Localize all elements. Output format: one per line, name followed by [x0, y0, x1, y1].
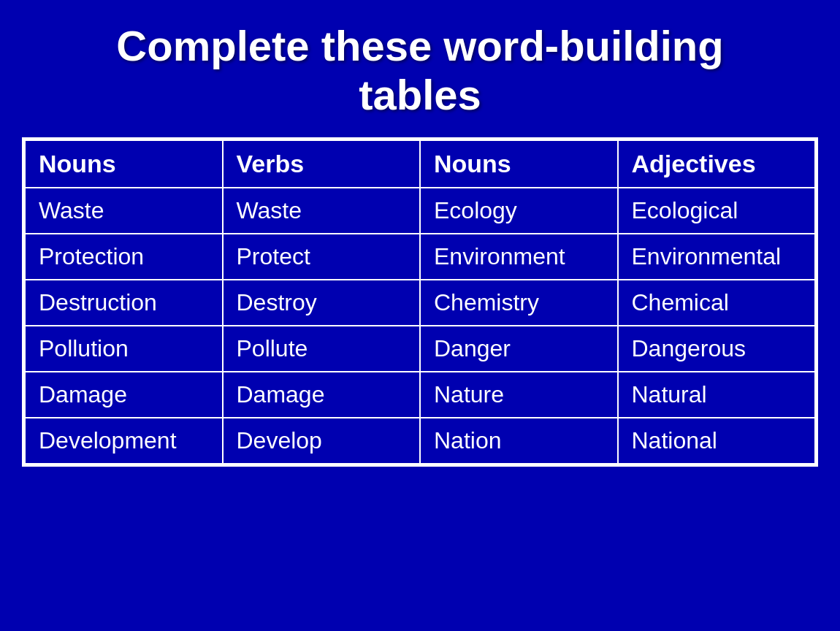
header-col-4: Adjectives: [618, 140, 816, 188]
cell-r3-c4: Chemical: [618, 280, 816, 326]
cell-r3-c1: Destruction: [25, 280, 223, 326]
cell-r4-c1: Pollution: [25, 326, 223, 372]
cell-r6-c3: Nation: [420, 418, 618, 464]
cell-r3-c3: Chemistry: [420, 280, 618, 326]
page-title: Complete these word-building tables: [116, 22, 723, 119]
table-row: DamageDamageNatureNatural: [25, 372, 815, 418]
table-row: ProtectionProtectEnvironmentEnvironmenta…: [25, 234, 815, 280]
cell-r4-c3: Danger: [420, 326, 618, 372]
header-col-2: Verbs: [223, 140, 421, 188]
cell-r5-c3: Nature: [420, 372, 618, 418]
cell-r6-c2: Develop: [223, 418, 421, 464]
table-row: DevelopmentDevelopNationNational: [25, 418, 815, 464]
cell-r1-c4: Ecological: [618, 188, 816, 234]
cell-r2-c2: Protect: [223, 234, 421, 280]
header-col-1: Nouns: [25, 140, 223, 188]
cell-r5-c4: Natural: [618, 372, 816, 418]
table-row: WasteWasteEcologyEcological: [25, 188, 815, 234]
cell-r2-c1: Protection: [25, 234, 223, 280]
table-row: DestructionDestroyChemistryChemical: [25, 280, 815, 326]
cell-r3-c2: Destroy: [223, 280, 421, 326]
cell-r1-c2: Waste: [223, 188, 421, 234]
cell-r5-c1: Damage: [25, 372, 223, 418]
table-row: PollutionPolluteDangerDangerous: [25, 326, 815, 372]
cell-r5-c2: Damage: [223, 372, 421, 418]
word-building-table: NounsVerbsNounsAdjectivesWasteWasteEcolo…: [22, 137, 818, 467]
header-col-3: Nouns: [420, 140, 618, 188]
cell-r2-c4: Environmental: [618, 234, 816, 280]
cell-r1-c3: Ecology: [420, 188, 618, 234]
cell-r4-c2: Pollute: [223, 326, 421, 372]
cell-r6-c1: Development: [25, 418, 223, 464]
cell-r6-c4: National: [618, 418, 816, 464]
cell-r4-c4: Dangerous: [618, 326, 816, 372]
cell-r1-c1: Waste: [25, 188, 223, 234]
cell-r2-c3: Environment: [420, 234, 618, 280]
